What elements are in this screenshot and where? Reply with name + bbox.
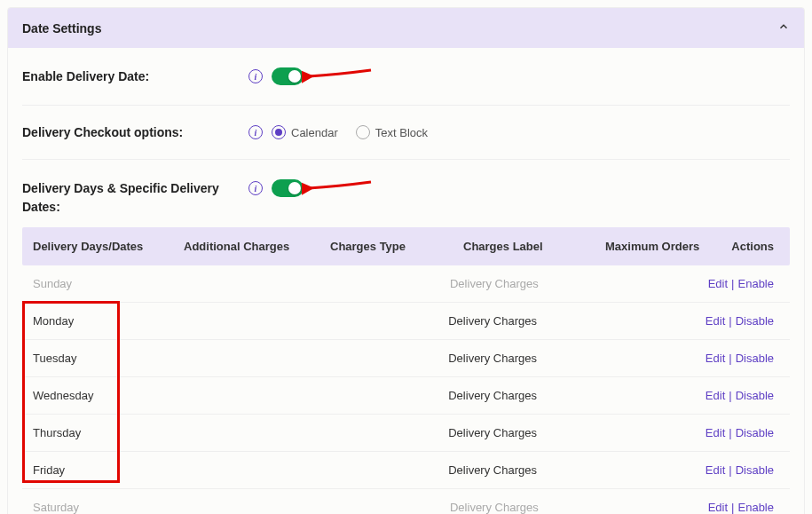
cell-day: Friday <box>33 463 178 477</box>
cell-actions: Edit|Disable <box>706 426 779 439</box>
edit-link[interactable]: Edit <box>708 277 728 290</box>
chevron-up-icon <box>777 20 790 36</box>
cell-label: Delivery Charges <box>448 389 585 402</box>
edit-link[interactable]: Edit <box>706 426 725 439</box>
edit-link[interactable]: Edit <box>708 501 728 514</box>
panel-title: Date Settings <box>22 21 101 36</box>
th-type: Charges Type <box>330 240 463 253</box>
cell-label: Delivery Charges <box>450 277 587 290</box>
table-row: FridayDelivery ChargesEdit|Disable <box>22 452 790 489</box>
arrow-annotation-icon <box>302 67 373 85</box>
table-row: SaturdayDelivery ChargesEdit|Enable <box>22 489 790 514</box>
th-max: Maximum Orders <box>605 240 729 253</box>
separator: | <box>729 389 731 402</box>
disable-link[interactable]: Disable <box>736 314 774 328</box>
cell-day: Thursday <box>33 426 178 439</box>
table-row: MondayDelivery ChargesEdit|Disable <box>22 303 790 340</box>
info-icon[interactable]: i <box>248 181 263 195</box>
separator: | <box>731 277 734 290</box>
panel-body: Enable Delivery Date: i Delivery Checkou… <box>8 48 804 514</box>
edit-link[interactable]: Edit <box>706 389 725 402</box>
edit-link[interactable]: Edit <box>706 314 725 328</box>
cell-actions: Edit|Disable <box>706 463 779 477</box>
table-header: Delivery Days/Dates Additional Charges C… <box>22 227 790 265</box>
delivery-days-toggle[interactable] <box>272 179 304 197</box>
disable-link[interactable]: Disable <box>736 426 774 439</box>
disable-link[interactable]: Disable <box>736 463 774 477</box>
table-row: TuesdayDelivery ChargesEdit|Disable <box>22 340 790 377</box>
radio-textblock[interactable]: Text Block <box>356 125 428 139</box>
table-row: WednesdayDelivery ChargesEdit|Disable <box>22 377 790 415</box>
arrow-annotation-icon <box>302 179 373 197</box>
edit-link[interactable]: Edit <box>706 352 725 365</box>
delivery-days-label: Delivery Days & Specific Delivery Dates: <box>22 179 248 217</box>
radio-textblock-label: Text Block <box>375 126 428 139</box>
enable-link[interactable]: Enable <box>738 277 774 290</box>
checkout-radio-group: Calendar Text Block <box>272 125 428 139</box>
radio-calendar-label: Calendar <box>291 126 338 139</box>
enable-delivery-row: Enable Delivery Date: i <box>22 48 790 106</box>
table-body: SundayDelivery ChargesEdit|EnableMondayD… <box>22 265 790 514</box>
th-charges: Additional Charges <box>184 240 330 253</box>
delivery-days-table: Delivery Days/Dates Additional Charges C… <box>22 227 790 514</box>
delivery-days-controls: i <box>248 179 304 197</box>
enable-delivery-toggle[interactable] <box>272 67 304 85</box>
info-icon[interactable]: i <box>248 125 263 139</box>
checkout-options-row: Delivery Checkout options: i Calendar Te… <box>22 106 790 160</box>
enable-delivery-label: Enable Delivery Date: <box>22 69 248 83</box>
cell-day: Wednesday <box>33 389 178 402</box>
cell-day: Saturday <box>33 501 179 514</box>
disable-link[interactable]: Disable <box>736 389 774 402</box>
radio-icon <box>356 125 370 139</box>
enable-link[interactable]: Enable <box>738 501 774 514</box>
separator: | <box>729 352 731 365</box>
checkout-options-controls: i Calendar Text Block <box>248 125 428 139</box>
edit-link[interactable]: Edit <box>706 463 725 477</box>
radio-icon <box>272 125 286 139</box>
delivery-days-row: Delivery Days & Specific Delivery Dates:… <box>22 160 790 225</box>
radio-calendar[interactable]: Calendar <box>272 125 338 139</box>
cell-label: Delivery Charges <box>450 501 587 514</box>
date-settings-panel: Date Settings Enable Delivery Date: i De… <box>7 7 805 514</box>
cell-label: Delivery Charges <box>448 314 585 328</box>
cell-actions: Edit|Enable <box>708 277 779 290</box>
th-label: Charges Label <box>463 240 605 253</box>
table-row: ThursdayDelivery ChargesEdit|Disable <box>22 415 790 452</box>
table-row: SundayDelivery ChargesEdit|Enable <box>22 265 790 303</box>
checkout-options-label: Delivery Checkout options: <box>22 125 248 139</box>
cell-label: Delivery Charges <box>448 352 585 365</box>
cell-actions: Edit|Disable <box>706 389 779 402</box>
cell-label: Delivery Charges <box>448 426 585 439</box>
panel-header[interactable]: Date Settings <box>8 8 804 48</box>
separator: | <box>729 314 731 328</box>
cell-day: Tuesday <box>33 352 178 365</box>
disable-link[interactable]: Disable <box>736 352 774 365</box>
info-icon[interactable]: i <box>248 69 263 83</box>
th-days: Delivery Days/Dates <box>33 240 184 253</box>
cell-actions: Edit|Enable <box>708 501 779 514</box>
th-actions: Actions <box>729 240 779 253</box>
separator: | <box>731 501 734 514</box>
separator: | <box>729 426 731 439</box>
cell-actions: Edit|Disable <box>706 314 779 328</box>
separator: | <box>729 463 731 477</box>
cell-actions: Edit|Disable <box>706 352 779 365</box>
cell-label: Delivery Charges <box>448 463 585 477</box>
enable-delivery-controls: i <box>248 67 304 85</box>
cell-day: Sunday <box>33 277 179 290</box>
cell-day: Monday <box>33 314 178 328</box>
